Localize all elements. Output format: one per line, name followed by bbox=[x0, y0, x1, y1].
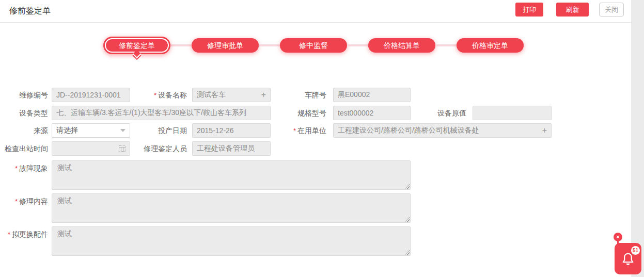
device-type-input[interactable] bbox=[52, 106, 271, 120]
required-marker: * bbox=[8, 231, 10, 238]
process-stepper: 修前鉴定单 修理审批单 修中监督 价格结算单 价格审定单 bbox=[103, 37, 524, 54]
device-name-field[interactable]: 测试客车 + bbox=[192, 88, 271, 102]
production-date-label: 投产日期 bbox=[134, 123, 187, 138]
plate-no-input[interactable] bbox=[333, 88, 411, 102]
step-mid-repair-supervision[interactable]: 修中监督 bbox=[280, 38, 347, 53]
step-pre-repair-appraisal[interactable]: 修前鉴定单 bbox=[103, 37, 170, 54]
notification-badge: 51 bbox=[631, 246, 640, 255]
plus-icon[interactable]: + bbox=[542, 126, 547, 135]
required-marker: * bbox=[15, 198, 18, 205]
plate-no-label: 车牌号 bbox=[279, 88, 326, 102]
original-value-input[interactable] bbox=[473, 106, 552, 120]
required-marker: * bbox=[15, 165, 18, 172]
fault-phenomenon-textarea[interactable]: 测试 bbox=[52, 160, 411, 190]
device-name-label: *设备名称 bbox=[134, 88, 187, 102]
step-price-approval[interactable]: 价格审定单 bbox=[457, 38, 524, 53]
fault-phenomenon-textarea-wrap: 测试 bbox=[52, 160, 411, 190]
notification-close-button[interactable]: × bbox=[614, 233, 622, 241]
refresh-button[interactable]: 刷新 bbox=[556, 3, 589, 17]
step-connector bbox=[259, 44, 280, 46]
device-type-label: 设备类型 bbox=[0, 106, 48, 120]
repair-content-label-text: 修理内容 bbox=[19, 197, 48, 205]
source-label: 来源 bbox=[0, 123, 48, 138]
print-button[interactable]: 打印 bbox=[515, 3, 543, 17]
resize-handle-icon[interactable] bbox=[405, 250, 410, 255]
parts-to-replace-label-text: 拟更换配件 bbox=[12, 230, 48, 238]
repair-no-input[interactable] bbox=[52, 88, 130, 102]
using-unit-value: 工程建设公司/路桥公司/路桥公司机械设备处 bbox=[338, 126, 542, 135]
device-name-label-text: 设备名称 bbox=[158, 91, 187, 99]
step-price-settlement[interactable]: 价格结算单 bbox=[368, 38, 435, 53]
using-unit-field[interactable]: 工程建设公司/路桥公司/路桥公司机械设备处 + bbox=[333, 123, 552, 138]
page-title: 修前鉴定单 bbox=[9, 6, 51, 17]
repair-content-textarea[interactable]: 测试 bbox=[52, 193, 411, 223]
resize-handle-icon[interactable] bbox=[405, 217, 410, 222]
parts-to-replace-label: *拟更换配件 bbox=[0, 227, 48, 241]
using-unit-label: *在用单位 bbox=[279, 123, 326, 138]
required-marker: * bbox=[293, 127, 296, 135]
repair-content-textarea-wrap: 测试 bbox=[52, 193, 411, 223]
spec-model-input[interactable] bbox=[333, 106, 411, 120]
header: 修前鉴定单 打印 刷新 关闭 bbox=[0, 0, 631, 23]
fault-phenomenon-label: *故障现象 bbox=[0, 161, 48, 175]
chevron-down-icon bbox=[120, 129, 125, 132]
step-connector bbox=[170, 44, 192, 46]
appraiser-label: 修理鉴定人员 bbox=[134, 141, 187, 156]
using-unit-label-text: 在用单位 bbox=[297, 126, 326, 135]
repair-content-label: *修理内容 bbox=[0, 194, 48, 208]
repair-no-label: 维修编号 bbox=[0, 88, 48, 102]
step-connector bbox=[347, 44, 368, 46]
spec-model-label: 规格型号 bbox=[279, 106, 326, 120]
calendar-icon[interactable] bbox=[119, 145, 125, 152]
resize-handle-icon[interactable] bbox=[405, 184, 410, 189]
source-select[interactable]: 请选择 bbox=[52, 123, 130, 138]
checkout-time-label: 检查出站时间 bbox=[0, 141, 48, 156]
checkout-time-field[interactable] bbox=[52, 141, 130, 156]
source-value: 请选择 bbox=[56, 126, 120, 135]
page-background-strip bbox=[631, 0, 644, 277]
original-value-label: 设备原值 bbox=[415, 106, 466, 120]
appraiser-input[interactable] bbox=[192, 141, 271, 156]
parts-to-replace-textarea-wrap: 测试 bbox=[52, 226, 411, 256]
close-button[interactable]: 关闭 bbox=[599, 3, 624, 17]
plus-icon[interactable]: + bbox=[261, 91, 266, 99]
notification-bell-button[interactable]: 51 bbox=[615, 243, 641, 274]
parts-to-replace-textarea[interactable]: 测试 bbox=[52, 226, 411, 256]
required-marker: * bbox=[154, 91, 156, 99]
fault-phenomenon-label-text: 故障现象 bbox=[19, 164, 48, 172]
device-name-value: 测试客车 bbox=[197, 90, 261, 100]
step-repair-approval[interactable]: 修理审批单 bbox=[192, 38, 259, 53]
step-connector bbox=[435, 44, 457, 46]
production-date-input[interactable] bbox=[192, 123, 271, 138]
